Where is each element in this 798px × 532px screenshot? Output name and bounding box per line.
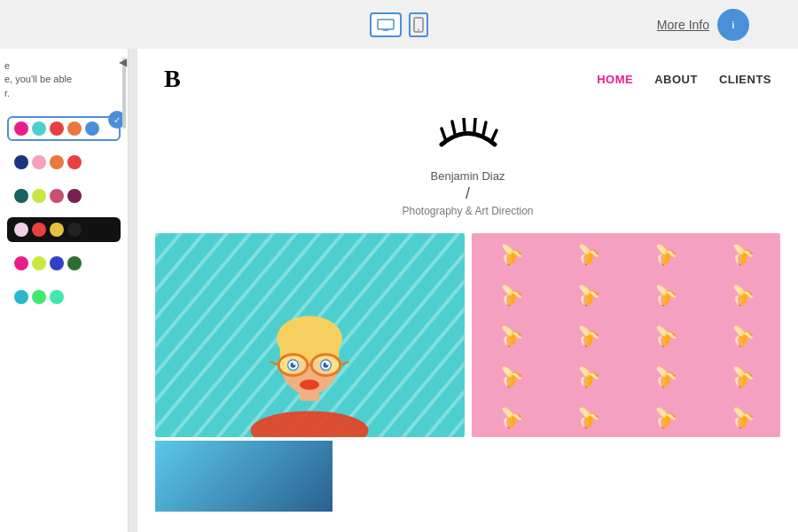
color-swatch [50, 189, 64, 203]
palette-row[interactable] [7, 184, 121, 208]
color-swatch [32, 155, 46, 169]
collapse-icon: ◀ [119, 56, 127, 68]
phone-icon [413, 17, 424, 33]
color-swatch [14, 121, 28, 136]
color-swatch [32, 189, 46, 203]
image-grid: 🍌 🍌 🍌 🍌 🍌 🍌 🍌 🍌 🍌 🍌 🍌 🍌 🍌 🍌 🍌 🍌 🍌 🍌 🍌 [137, 233, 798, 437]
sidebar-line-2: e, you'll be able [4, 73, 114, 86]
top-bar: More Info i [0, 0, 798, 49]
svg-point-15 [251, 411, 369, 437]
image-cell-face [155, 233, 465, 437]
svg-line-12 [491, 130, 497, 142]
sidebar-line-3: r. [4, 87, 114, 100]
color-swatch [50, 155, 64, 169]
svg-line-11 [483, 122, 486, 135]
hero-subtitle: Photography & Art Direction [402, 205, 533, 217]
color-swatch [32, 121, 46, 136]
banana-image: 🍌 🍌 🍌 🍌 🍌 🍌 🍌 🍌 🍌 🍌 🍌 🍌 🍌 🍌 🍌 🍌 🍌 🍌 🍌 [472, 233, 781, 437]
hero-name: Benjamin Diaz [431, 169, 505, 183]
info-icon: i [726, 18, 740, 32]
sidebar-text: e e, you'll be able r. [0, 49, 128, 100]
svg-line-31 [340, 362, 349, 365]
website-logo: B [164, 65, 181, 93]
nav-link-home[interactable]: HOME [597, 73, 633, 86]
color-swatch [50, 223, 64, 237]
color-swatch [67, 189, 82, 203]
mobile-view-button[interactable] [409, 12, 428, 37]
svg-rect-0 [378, 20, 394, 29]
color-swatch [50, 121, 64, 136]
color-swatch [50, 256, 64, 270]
face-image [155, 233, 465, 437]
color-swatch [14, 189, 28, 203]
color-swatch [85, 121, 99, 136]
svg-point-29 [326, 363, 329, 365]
sidebar: e e, you'll be able r. ✓ [0, 49, 129, 532]
sidebar-scrollbar[interactable] [122, 58, 126, 532]
svg-point-32 [300, 379, 319, 390]
monitor-icon [377, 19, 395, 31]
nav-link-clients[interactable]: CLIENTS [719, 73, 771, 86]
more-info-button[interactable]: i [717, 9, 749, 41]
svg-text:i: i [732, 20, 735, 30]
palette-row[interactable]: ✓ [7, 116, 121, 141]
svg-point-26 [293, 363, 296, 365]
palette-row[interactable] [7, 217, 121, 242]
hero-divider: / [466, 184, 470, 203]
color-swatch [67, 121, 82, 136]
svg-line-7 [442, 129, 446, 141]
main-preview: B HOME ABOUT CLIENTS Benjamin Diaz / Pho… [137, 49, 798, 532]
website-nav: B HOME ABOUT CLIENTS [137, 49, 798, 109]
color-swatch [50, 290, 64, 304]
color-swatch [67, 256, 82, 270]
color-swatch [14, 155, 28, 169]
sidebar-line-1: e [4, 59, 114, 73]
bottom-image [155, 441, 332, 512]
color-swatch [14, 223, 28, 237]
color-swatch [14, 290, 28, 304]
palette-row[interactable] [7, 251, 121, 276]
svg-line-30 [270, 362, 279, 365]
nav-link-about[interactable]: ABOUT [654, 73, 698, 86]
sidebar-collapse-button[interactable]: ◀ [113, 53, 131, 71]
desktop-view-button[interactable] [370, 12, 402, 37]
eyelash-icon [433, 118, 504, 162]
person-silhouette [170, 254, 449, 437]
palette-row[interactable] [7, 150, 121, 175]
svg-line-10 [474, 119, 475, 131]
hero-section: Benjamin Diaz / Photography & Art Direct… [137, 109, 798, 233]
color-palettes: ✓ [0, 109, 128, 317]
color-swatch [32, 223, 46, 237]
color-swatch [67, 223, 82, 237]
image-cell-bananas: 🍌 🍌 🍌 🍌 🍌 🍌 🍌 🍌 🍌 🍌 🍌 🍌 🍌 🍌 🍌 🍌 🍌 🍌 🍌 [472, 233, 781, 437]
svg-line-8 [452, 121, 455, 134]
color-swatch [32, 256, 46, 270]
color-swatch [32, 290, 46, 304]
nav-links: HOME ABOUT CLIENTS [597, 73, 771, 86]
svg-line-9 [464, 118, 465, 130]
device-toggle [370, 12, 428, 37]
svg-point-4 [418, 28, 419, 30]
palette-row[interactable] [7, 285, 121, 309]
more-info-link[interactable]: More Info [657, 18, 709, 32]
color-swatch [67, 155, 82, 169]
color-swatch [14, 256, 28, 270]
